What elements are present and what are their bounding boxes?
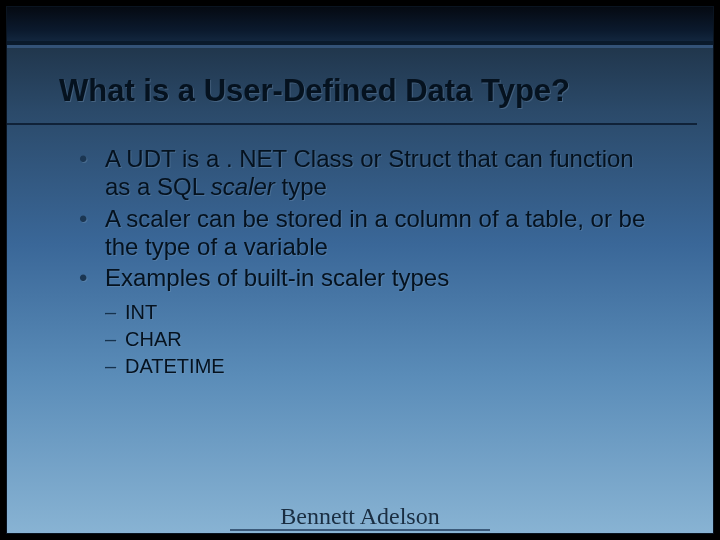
sub-text: CHAR xyxy=(125,328,182,350)
bullet-text-post: type xyxy=(275,173,327,200)
sub-text: INT xyxy=(125,301,157,323)
bullet-text: Examples of built-in scaler types xyxy=(105,264,449,291)
sub-list: INT CHAR DATETIME xyxy=(75,299,663,380)
bullet-text: A scaler can be stored in a column of a … xyxy=(105,205,645,260)
bullet-item: A UDT is a . NET Class or Struct that ca… xyxy=(75,145,663,202)
bullet-item: Examples of built-in scaler types xyxy=(75,264,663,292)
bullet-item: A scaler can be stored in a column of a … xyxy=(75,205,663,262)
bullet-list: A UDT is a . NET Class or Struct that ca… xyxy=(75,145,663,293)
bullet-text-pre: A UDT is a . NET Class or Struct that ca… xyxy=(105,145,634,200)
slide-inner: What is a User-Defined Data Type? A UDT … xyxy=(6,6,714,534)
slide: What is a User-Defined Data Type? A UDT … xyxy=(0,0,720,540)
top-bar xyxy=(7,7,713,45)
slide-title: What is a User-Defined Data Type? xyxy=(7,45,697,125)
sub-item: INT xyxy=(105,299,663,326)
sub-item: CHAR xyxy=(105,326,663,353)
content-area: A UDT is a . NET Class or Struct that ca… xyxy=(7,125,713,380)
bullet-text-em: scaler xyxy=(211,173,275,200)
sub-text: DATETIME xyxy=(125,355,225,377)
footer-text: Bennett Adelson xyxy=(230,504,489,531)
sub-item: DATETIME xyxy=(105,353,663,380)
footer: Bennett Adelson xyxy=(7,503,713,531)
